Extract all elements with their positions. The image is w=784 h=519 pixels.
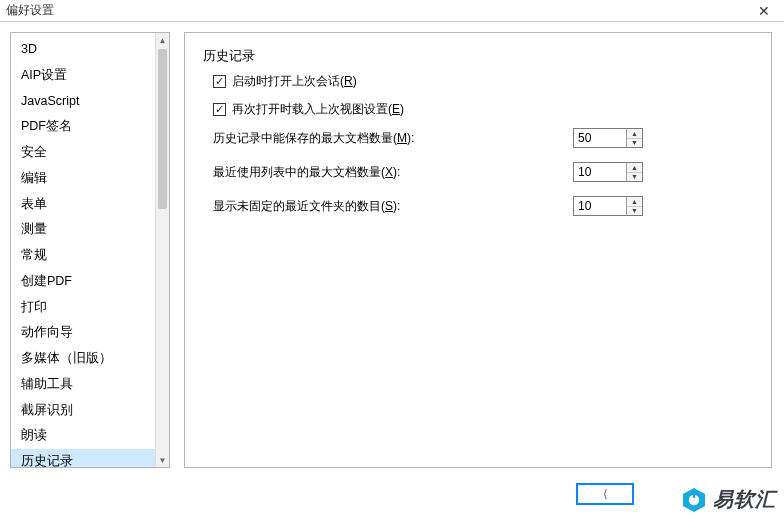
max-history-spinner: ▲ ▼ <box>573 128 643 148</box>
window-title: 偏好设置 <box>6 2 750 19</box>
max-history-input[interactable] <box>574 129 626 147</box>
checkbox-row-restore-view: ✓ 再次打开时载入上次视图设置(E) <box>213 99 753 119</box>
checkbox-row-restore-session: ✓ 启动时打开上次会话(R) <box>213 71 753 91</box>
sidebar-item-accessibility[interactable]: 辅助工具 <box>11 372 155 398</box>
field-row-max-history: 历史记录中能保存的最大文档数量(M): ▲ ▼ <box>213 127 753 149</box>
sidebar-item-aip[interactable]: AIP设置 <box>11 63 155 89</box>
max-recent-docs-input[interactable] <box>574 163 626 181</box>
max-recent-docs-spinner-buttons: ▲ ▼ <box>626 163 642 181</box>
titlebar: 偏好设置 ✕ <box>0 0 784 22</box>
max-recent-folders-input[interactable] <box>574 197 626 215</box>
max-recent-folders-label: 显示未固定的最近文件夹的数目(S): <box>213 198 573 215</box>
sidebar-item-multimedia-legacy[interactable]: 多媒体（旧版） <box>11 346 155 372</box>
spin-up-icon[interactable]: ▲ <box>627 197 642 207</box>
settings-panel: 历史记录 ✓ 启动时打开上次会话(R) ✓ 再次打开时载入上次视图设置(E) 历… <box>184 32 772 468</box>
sidebar-item-print[interactable]: 打印 <box>11 295 155 321</box>
watermark-logo-icon <box>681 487 707 513</box>
sidebar-item-edit[interactable]: 编辑 <box>11 166 155 192</box>
sidebar-item-action-wizard[interactable]: 动作向导 <box>11 320 155 346</box>
sidebar-item-javascript[interactable]: JavaScript <box>11 89 155 115</box>
sidebar-item-general[interactable]: 常规 <box>11 243 155 269</box>
sidebar-item-security[interactable]: 安全 <box>11 140 155 166</box>
checkbox-restore-session-label: 启动时打开上次会话(R) <box>232 73 357 90</box>
checkbox-restore-view-label: 再次打开时载入上次视图设置(E) <box>232 101 404 118</box>
field-row-max-recent-docs: 最近使用列表中的最大文档数量(X): ▲ ▼ <box>213 161 753 183</box>
max-history-label: 历史记录中能保存的最大文档数量(M): <box>213 130 573 147</box>
sidebar-scrollbar[interactable]: ▲ ▼ <box>155 33 169 467</box>
sidebar-item-read-aloud[interactable]: 朗读 <box>11 423 155 449</box>
scroll-down-icon[interactable]: ▼ <box>156 453 169 467</box>
sidebar-item-measure[interactable]: 测量 <box>11 217 155 243</box>
checkbox-restore-view[interactable]: ✓ <box>213 103 226 116</box>
sidebar-item-screenshot-ocr[interactable]: 截屏识别 <box>11 398 155 424</box>
category-sidebar: 3D AIP设置 JavaScript PDF签名 安全 编辑 表单 测量 常规… <box>10 32 170 468</box>
section-title-history: 历史记录 <box>203 47 753 65</box>
sidebar-item-forms[interactable]: 表单 <box>11 192 155 218</box>
svg-rect-2 <box>693 494 695 498</box>
checkbox-restore-session[interactable]: ✓ <box>213 75 226 88</box>
sidebar-item-3d[interactable]: 3D <box>11 37 155 63</box>
max-recent-folders-spinner: ▲ ▼ <box>573 196 643 216</box>
spin-down-icon[interactable]: ▼ <box>627 207 642 216</box>
spin-up-icon[interactable]: ▲ <box>627 163 642 173</box>
scroll-thumb[interactable] <box>158 49 167 209</box>
max-recent-docs-label: 最近使用列表中的最大文档数量(X): <box>213 164 573 181</box>
footer-button-glyph: ⟨ <box>603 487 608 501</box>
max-history-spinner-buttons: ▲ ▼ <box>626 129 642 147</box>
field-row-max-recent-folders: 显示未固定的最近文件夹的数目(S): ▲ ▼ <box>213 195 753 217</box>
sidebar-item-pdf-sign[interactable]: PDF签名 <box>11 114 155 140</box>
max-recent-folders-spinner-buttons: ▲ ▼ <box>626 197 642 215</box>
close-button[interactable]: ✕ <box>750 0 778 22</box>
watermark-text: 易软汇 <box>713 486 776 513</box>
category-list: 3D AIP设置 JavaScript PDF签名 安全 编辑 表单 测量 常规… <box>11 33 155 467</box>
spin-up-icon[interactable]: ▲ <box>627 129 642 139</box>
close-icon: ✕ <box>758 3 770 19</box>
max-recent-docs-spinner: ▲ ▼ <box>573 162 643 182</box>
sidebar-item-create-pdf[interactable]: 创建PDF <box>11 269 155 295</box>
spin-down-icon[interactable]: ▼ <box>627 173 642 182</box>
scroll-up-icon[interactable]: ▲ <box>156 33 169 47</box>
preferences-window: 偏好设置 ✕ 3D AIP设置 JavaScript PDF签名 安全 编辑 表… <box>0 0 784 519</box>
watermark: 易软汇 <box>681 486 776 513</box>
footer-button[interactable]: ⟨ <box>576 483 634 505</box>
spin-down-icon[interactable]: ▼ <box>627 139 642 148</box>
dialog-body: 3D AIP设置 JavaScript PDF签名 安全 编辑 表单 测量 常规… <box>0 22 784 519</box>
sidebar-item-history[interactable]: 历史记录 <box>11 449 155 467</box>
